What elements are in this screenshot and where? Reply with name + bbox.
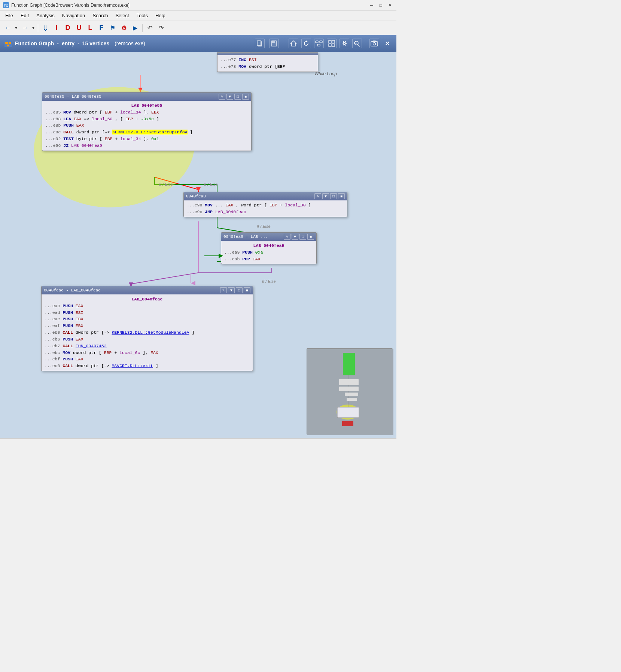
line-ebc: ...ebc MOV dword ptr [ EBP + local_6c ],…	[45, 349, 250, 356]
graph-area[interactable]: ...e77 INC ESI ...e78 MOV dword ptr [EBP…	[0, 52, 396, 438]
edit-btn4[interactable]: ✎	[220, 287, 227, 293]
svg-rect-15	[317, 44, 320, 46]
cb-min2[interactable]: □	[330, 193, 337, 199]
minimize-button[interactable]: ─	[368, 1, 375, 9]
close-graph-button[interactable]: ✕	[382, 39, 392, 48]
copy-button[interactable]	[255, 39, 265, 48]
btn-u[interactable]: U	[74, 23, 84, 33]
title-icon: FG	[3, 2, 9, 8]
graph-function: entry	[62, 40, 74, 46]
code-block-2[interactable]: 0040fe98 ✎ ▼ □ ■ ...e98 MOV ... EAX , wo…	[183, 192, 347, 217]
block1-center-label: LAB_0040fe85	[45, 102, 248, 109]
partial-block-top[interactable]: ...e77 INC ESI ...e78 MOV dword ptr [EBP	[217, 52, 318, 72]
code-block-3[interactable]: 0040fea9 - LAB_... ✎ ▼ □ ■ LAB_0040fea9 …	[221, 232, 317, 264]
block-controls: ✎ ▼ □ ■	[219, 94, 249, 100]
cb-dropdown[interactable]: ▼	[226, 94, 233, 100]
line-e9c: ...e9c JMP LAB_0040feac	[187, 209, 344, 215]
menu-analysis[interactable]: Analysis	[33, 11, 58, 20]
refresh-button[interactable]	[301, 39, 311, 48]
undo-button[interactable]: ↶	[144, 23, 155, 33]
svg-rect-50	[337, 407, 359, 418]
nav-down-button[interactable]: ⇓	[40, 23, 51, 33]
forward-dropdown[interactable]: ▼	[31, 23, 36, 33]
menubar: File Edit Analysis Navigation Search Sel…	[0, 10, 396, 21]
back-button[interactable]: ←	[2, 23, 13, 33]
svg-marker-11	[291, 41, 296, 46]
svg-rect-4	[9, 42, 11, 44]
btn-f[interactable]: F	[96, 23, 107, 33]
svg-rect-3	[5, 42, 8, 44]
camera-button[interactable]	[369, 39, 379, 48]
line-e8c: ...e8c CALL dword ptr [-> KERNEL32.DLL::…	[45, 129, 248, 136]
if-else-label-3: If / Else	[257, 224, 271, 228]
menu-select[interactable]: Select	[112, 11, 133, 20]
cb-min[interactable]: □	[234, 94, 241, 100]
settings-button[interactable]	[340, 39, 349, 48]
code-block-4[interactable]: 0040feac - LAB_0040feac ✎ ▼ □ ■ LAB_0040…	[41, 286, 253, 371]
code-block-4-header: 0040feac - LAB_0040feac ✎ ▼ □ ■	[42, 286, 253, 294]
back-dropdown[interactable]: ▼	[13, 23, 19, 33]
line-ec0: ...ec0 CALL dword ptr [-> MSVCRT.DLL::ex…	[45, 363, 250, 369]
cb-dropdown4[interactable]: ▼	[228, 287, 235, 293]
grid-button[interactable]	[327, 39, 337, 48]
cb-close2[interactable]: ■	[338, 193, 345, 199]
menu-search[interactable]: Search	[89, 11, 112, 20]
close-button[interactable]: ✕	[386, 1, 393, 9]
block3-title: 0040fea9 - LAB_...	[223, 234, 268, 239]
block3-controls: ✎ ▼ □ ■	[284, 234, 314, 240]
svg-rect-43	[345, 393, 358, 396]
cb-close4[interactable]: ■	[244, 287, 250, 293]
line-eb0: ...eb0 CALL dword ptr [-> KERNEL32.DLL::…	[45, 329, 250, 336]
edit-btn2[interactable]: ✎	[314, 193, 321, 199]
graph-separator: -	[57, 40, 59, 46]
layout-button[interactable]	[314, 39, 324, 48]
code-block-1[interactable]: 0040fe85 - LAB_0040fe85 ✎ ▼ □ ■ LAB_0040…	[42, 92, 252, 151]
line-eb6: ...eb6 PUSH EAX	[45, 336, 250, 343]
block1-title: 0040fe85 - LAB_0040fe85	[45, 94, 101, 99]
line-ea9: ...ea9 PUSH 0xa	[224, 249, 313, 256]
graph-icon	[4, 40, 12, 47]
cb-close[interactable]: ■	[242, 94, 249, 100]
line-ead: ...ead PUSH ESI	[45, 309, 250, 316]
edit-btn3[interactable]: ✎	[284, 234, 290, 240]
btn-bookmark[interactable]: ⚑	[107, 23, 118, 33]
toolbar: ← ▼ → ▼ ⇓ I D U L F ⚑ ⚙ ▶ ↶ ↷	[0, 21, 396, 35]
btn-i[interactable]: I	[51, 23, 62, 33]
partial-block-body: ...e77 INC ESI ...e78 MOV dword ptr [EBP	[217, 55, 318, 72]
svg-rect-19	[332, 44, 335, 46]
svg-rect-44	[347, 398, 357, 401]
menu-edit[interactable]: Edit	[17, 11, 33, 20]
cb-dropdown3[interactable]: ▼	[292, 234, 298, 240]
code-block-3-body: LAB_0040fea9 ...ea9 PUSH 0xa ...eab POP …	[221, 241, 316, 264]
cb-min4[interactable]: □	[236, 287, 243, 293]
graph-separator2: -	[77, 40, 79, 46]
home-button[interactable]	[289, 39, 298, 48]
menu-help[interactable]: Help	[152, 11, 169, 20]
redo-button[interactable]: ↷	[156, 23, 166, 33]
btn-export[interactable]: ▶	[130, 23, 140, 33]
line-eb7: ...eb7 CALL FUN_00407452	[45, 343, 250, 349]
btn-ref[interactable]: ⚙	[119, 23, 129, 33]
cb-close3[interactable]: ■	[307, 234, 314, 240]
svg-rect-18	[329, 44, 331, 46]
menu-navigation[interactable]: Navigation	[58, 11, 89, 20]
zoom-button[interactable]	[352, 39, 362, 48]
graph-vertices: 15 vertices	[82, 40, 109, 46]
restore-button[interactable]: □	[377, 1, 384, 9]
forward-button[interactable]: →	[19, 23, 30, 33]
btn-l[interactable]: L	[85, 23, 95, 33]
block2-title: 0040fe98	[186, 194, 206, 199]
code-block-2-header: 0040fe98 ✎ ▼ □ ■	[184, 192, 347, 200]
line-eaf: ...eaf PUSH EBX	[45, 323, 250, 329]
cb-min3[interactable]: □	[299, 234, 306, 240]
cb-dropdown2[interactable]: ▼	[322, 193, 329, 199]
minimap[interactable]	[307, 348, 393, 435]
block4-center-label: LAB_0040feac	[45, 296, 250, 303]
line-eac: ...eac PUSH EAX	[45, 303, 250, 309]
save-button[interactable]	[269, 39, 279, 48]
menu-tools[interactable]: Tools	[133, 11, 152, 20]
btn-d[interactable]: D	[63, 23, 73, 33]
edit-btn[interactable]: ✎	[219, 94, 225, 100]
menu-file[interactable]: File	[1, 11, 17, 20]
svg-point-20	[343, 42, 345, 45]
